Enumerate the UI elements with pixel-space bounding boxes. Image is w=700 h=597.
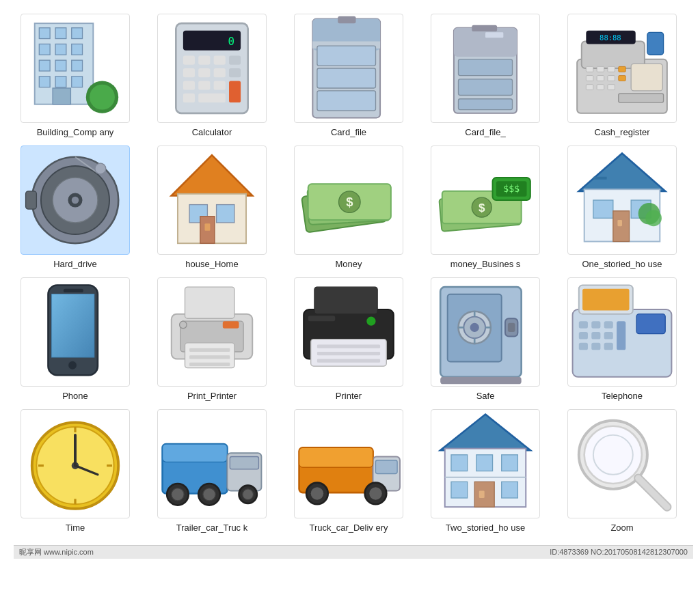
svg-rect-182 xyxy=(502,482,518,498)
svg-rect-24 xyxy=(198,68,210,77)
svg-rect-43 xyxy=(459,79,513,96)
svg-rect-32 xyxy=(198,94,226,102)
svg-rect-115 xyxy=(314,287,377,314)
icon-item-phone[interactable]: Phone xyxy=(14,277,137,402)
icon-label-time: Time xyxy=(66,523,85,534)
svg-point-15 xyxy=(90,85,115,110)
svg-marker-175 xyxy=(440,414,530,450)
icon-label-building-company: Building_Comp any xyxy=(37,127,114,139)
svg-rect-1 xyxy=(39,28,50,39)
svg-rect-5 xyxy=(55,44,66,55)
icon-item-cash-register[interactable]: 88:88 Cash_register xyxy=(561,14,684,139)
svg-rect-76 xyxy=(217,204,234,222)
icon-label-printer: Printer xyxy=(336,391,362,402)
svg-rect-37 xyxy=(317,68,376,88)
svg-text:$: $ xyxy=(479,202,485,214)
svg-marker-91 xyxy=(579,153,665,191)
svg-point-172 xyxy=(311,487,323,499)
svg-rect-42 xyxy=(459,59,513,76)
icon-label-zoom: Zoom xyxy=(610,523,633,534)
svg-rect-142 xyxy=(591,332,600,339)
icon-item-one-storied-house[interactable]: One_storied_ho use xyxy=(561,145,684,270)
svg-rect-78 xyxy=(204,223,210,231)
icon-item-printer[interactable]: Printer xyxy=(287,277,410,402)
icon-item-time[interactable]: Time xyxy=(14,409,137,534)
svg-rect-11 xyxy=(55,77,66,87)
icon-item-money[interactable]: $ Money xyxy=(287,145,410,270)
svg-rect-44 xyxy=(459,99,513,110)
svg-rect-180 xyxy=(502,455,518,471)
icon-item-safe[interactable]: Safe xyxy=(424,277,547,402)
icon-box-cash-register: 88:88 xyxy=(567,14,677,123)
icon-item-house-home[interactable]: house_Home xyxy=(150,145,273,270)
svg-rect-12 xyxy=(72,77,83,87)
icon-item-card-file[interactable]: Card_file xyxy=(287,14,410,139)
icon-box-calculator: 0 xyxy=(157,14,267,123)
svg-rect-20 xyxy=(198,56,210,65)
svg-rect-109 xyxy=(189,348,230,351)
icon-item-zoom[interactable]: Zoom xyxy=(561,409,684,534)
icon-label-telephone: Telephone xyxy=(602,391,643,402)
icon-item-card-file2[interactable]: Card_file_ xyxy=(424,14,547,139)
watermark-bar: 昵享网 www.nipic.com ID:4873369 NO:20170508… xyxy=(14,545,693,559)
icon-label-money-business: money_Busines s xyxy=(450,259,521,270)
svg-point-71 xyxy=(95,163,106,174)
svg-rect-59 xyxy=(619,76,626,81)
svg-rect-139 xyxy=(591,321,600,329)
svg-rect-97 xyxy=(593,177,607,180)
icon-item-hard-drive[interactable]: Hard_drive xyxy=(14,145,137,270)
icon-box-truck-car-delivery xyxy=(294,409,403,518)
icon-label-one-storied-house: One_storied_ho use xyxy=(582,259,662,270)
svg-rect-170 xyxy=(299,447,373,467)
svg-rect-141 xyxy=(579,332,588,339)
icon-label-two-storied-house: Two_storied_ho use xyxy=(446,523,525,534)
icon-item-building-company[interactable]: Building_Comp any xyxy=(14,14,137,139)
svg-point-162 xyxy=(172,488,184,500)
svg-rect-96 xyxy=(617,220,622,226)
svg-rect-133 xyxy=(440,377,522,385)
icon-item-truck-car-delivery[interactable]: Truck_car_Deliv ery xyxy=(287,409,410,534)
svg-rect-160 xyxy=(230,456,258,469)
svg-rect-55 xyxy=(619,66,626,72)
svg-rect-179 xyxy=(476,455,493,471)
icon-box-house-home xyxy=(157,145,267,255)
svg-rect-183 xyxy=(474,482,494,507)
svg-rect-9 xyxy=(72,60,83,71)
icon-label-cash-register: Cash_register xyxy=(595,127,650,139)
svg-rect-145 xyxy=(591,343,600,350)
svg-point-104 xyxy=(68,361,77,370)
svg-point-126 xyxy=(470,323,479,332)
svg-rect-23 xyxy=(183,68,195,77)
svg-rect-6 xyxy=(72,44,83,55)
svg-rect-38 xyxy=(317,91,376,111)
svg-rect-169 xyxy=(376,460,398,473)
svg-rect-53 xyxy=(597,66,604,72)
svg-rect-112 xyxy=(223,321,239,329)
svg-rect-178 xyxy=(451,455,468,471)
icon-box-print-printer xyxy=(157,277,267,387)
icon-box-hard-drive xyxy=(21,145,130,255)
icon-item-money-business[interactable]: $ $$$ money_Busines s xyxy=(424,145,547,270)
svg-rect-138 xyxy=(579,321,588,329)
svg-rect-19 xyxy=(183,56,195,65)
icon-item-calculator[interactable]: 0 Calculator xyxy=(150,14,273,139)
svg-rect-45 xyxy=(472,25,497,31)
icon-label-card-file2: Card_file_ xyxy=(465,127,505,139)
svg-rect-10 xyxy=(39,77,50,87)
svg-rect-111 xyxy=(189,363,230,366)
icon-item-trailer-car-truck[interactable]: Trailer_car_Truc k xyxy=(150,409,273,534)
icon-item-two-storied-house[interactable]: Two_storied_ho use xyxy=(424,409,547,534)
svg-point-174 xyxy=(369,487,381,499)
icon-item-print-printer[interactable]: Print_Printer xyxy=(150,277,273,402)
svg-rect-46 xyxy=(485,32,503,38)
icon-item-telephone[interactable]: Telephone xyxy=(561,277,684,402)
icon-label-money: Money xyxy=(335,259,362,270)
svg-rect-62 xyxy=(608,85,615,90)
icon-box-money-business: $ $$$ xyxy=(431,145,540,255)
svg-rect-56 xyxy=(586,76,593,81)
svg-rect-54 xyxy=(608,66,615,72)
icon-label-card-file: Card_file xyxy=(331,127,366,139)
svg-rect-158 xyxy=(163,444,228,462)
svg-rect-3 xyxy=(72,28,83,39)
icon-label-print-printer: Print_Printer xyxy=(187,391,237,402)
